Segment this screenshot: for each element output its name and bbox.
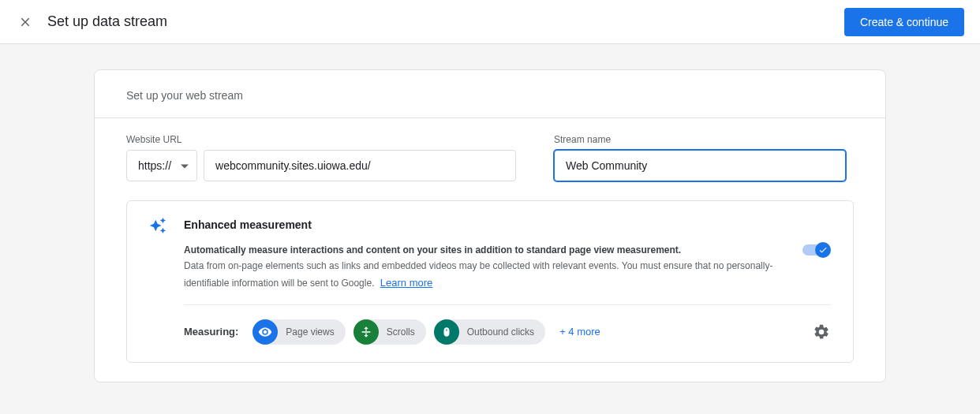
chip-page-views: Page views: [252, 319, 345, 345]
url-input[interactable]: [204, 150, 516, 181]
enhanced-desc-bold: Automatically measure interactions and c…: [184, 244, 681, 255]
create-continue-button[interactable]: Create & continue: [844, 8, 964, 36]
protocol-value: https://: [138, 159, 171, 172]
scroll-icon: [353, 319, 379, 345]
chip-label: Outbound clicks: [467, 326, 534, 338]
enhanced-toggle[interactable]: [802, 242, 831, 258]
chip-outbound-clicks: Outbound clicks: [434, 319, 545, 345]
url-label: Website URL: [126, 134, 516, 145]
close-icon[interactable]: [16, 13, 35, 32]
section-title: Set up your web stream: [95, 70, 885, 118]
more-link[interactable]: + 4 more: [559, 326, 600, 338]
main-card: Set up your web stream Website URL https…: [94, 69, 886, 382]
divider: [184, 304, 831, 305]
eye-icon: [252, 319, 278, 345]
learn-more-link[interactable]: Learn more: [380, 277, 432, 289]
enhanced-description: Automatically measure interactions and c…: [184, 242, 784, 292]
chip-label: Scrolls: [387, 326, 415, 338]
mouse-icon: [434, 319, 459, 345]
form-row: Website URL https:// Stream name: [95, 118, 885, 200]
gear-icon[interactable]: [812, 323, 831, 341]
stream-name-input[interactable]: [554, 150, 846, 181]
enhanced-title: Enhanced measurement: [184, 218, 784, 231]
sparkle-icon: [149, 217, 168, 237]
measuring-label: Measuring:: [184, 326, 238, 338]
measuring-row: Measuring: Page views Scrolls Outbound c…: [184, 319, 831, 345]
enhanced-desc-rest: Data from on-page elements such as links…: [184, 260, 772, 288]
chip-scrolls: Scrolls: [353, 319, 426, 345]
website-url-field: Website URL https://: [126, 134, 516, 181]
stream-name-field: Stream name: [554, 134, 846, 181]
page-title: Set up data stream: [47, 13, 844, 30]
chip-label: Page views: [286, 326, 334, 338]
protocol-select[interactable]: https://: [126, 150, 197, 181]
enhanced-measurement-card: Enhanced measurement Automatically measu…: [126, 200, 854, 363]
stream-label: Stream name: [554, 134, 846, 145]
page-header: Set up data stream Create & continue: [0, 0, 980, 44]
